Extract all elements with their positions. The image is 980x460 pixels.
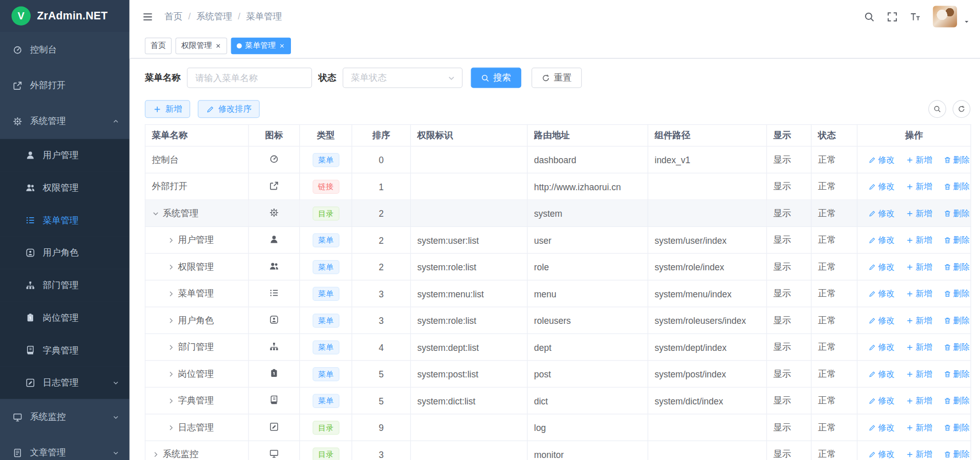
tab-item-2[interactable]: 菜单管理 [231,37,291,54]
edit-row-button[interactable]: 修改 [868,368,894,380]
tab-item-1[interactable]: 权限管理 [176,37,227,54]
component-value [648,173,767,200]
app-logo[interactable]: V ZrAdmin.NET [0,0,130,32]
menu-name-input[interactable] [187,68,312,88]
delete-row-button[interactable]: 删除 [943,448,969,460]
sidebar-item-2[interactable]: 系统管理 [0,104,130,139]
sidebar-item-1[interactable]: 外部打开 [0,68,130,104]
col-visible: 显示 [767,124,812,146]
visible-value: 显示 [767,334,812,361]
sidebar-item-12[interactable]: 文章管理 [0,435,130,460]
sidebar-item-label: 岗位管理 [43,312,79,324]
menu-name: 权限管理 [178,261,214,273]
page-content: 菜单名称 状态 菜单状态 搜索 重置 新增 [130,59,980,460]
edit-row-button[interactable]: 修改 [868,234,894,246]
delete-row-button[interactable]: 删除 [943,422,969,433]
tab-item-0[interactable]: 首页 [145,37,172,54]
reset-button[interactable]: 重置 [531,68,582,88]
delete-row-button[interactable]: 删除 [943,341,969,353]
breadcrumb-system[interactable]: 系统管理 [183,11,232,22]
add-row-button[interactable]: 新增 [906,208,932,219]
chevron-right-icon[interactable] [167,397,175,404]
sidebar-item-0[interactable]: 控制台 [0,32,130,68]
delete-label: 删除 [953,395,970,406]
delete-row-button[interactable]: 删除 [943,181,969,192]
add-row-button[interactable]: 新增 [906,154,932,166]
close-tab-icon[interactable] [279,42,285,49]
breadcrumb-home[interactable]: 首页 [165,11,183,22]
sidebar-item-8[interactable]: 岗位管理 [0,301,130,334]
route-value: dashboard [527,146,648,173]
user-avatar[interactable] [933,6,958,28]
sidebar-item-6[interactable]: 用户角色 [0,237,130,269]
search-button[interactable]: 搜索 [471,68,522,88]
add-row-button[interactable]: 新增 [906,234,932,246]
delete-row-button[interactable]: 删除 [943,154,969,166]
add-row-button[interactable]: 新增 [906,181,932,192]
delete-row-button[interactable]: 删除 [943,368,969,380]
delete-row-button[interactable]: 删除 [943,395,969,406]
delete-label: 删除 [953,208,970,219]
delete-label: 删除 [953,261,970,273]
chevron-right-icon[interactable] [167,343,175,351]
edit-row-button[interactable]: 修改 [868,154,894,166]
edit-row-button[interactable]: 修改 [868,208,894,219]
add-row-button[interactable]: 新增 [906,422,932,433]
toggle-search-button[interactable] [928,100,946,118]
add-button[interactable]: 新增 [145,100,190,118]
close-tab-icon[interactable] [215,42,222,49]
add-row-button[interactable]: 新增 [906,288,932,299]
chevron-down-icon[interactable] [152,210,160,217]
add-row-button[interactable]: 新增 [906,261,932,273]
edit-row-button[interactable]: 修改 [868,395,894,406]
edit-row-button[interactable]: 修改 [868,341,894,353]
edit-row-button[interactable]: 修改 [868,315,894,326]
add-row-button[interactable]: 新增 [906,341,932,353]
sidebar-item-9[interactable]: 字典管理 [0,334,130,367]
chevron-right-icon[interactable] [167,424,175,431]
edit-row-button[interactable]: 修改 [868,181,894,192]
delete-row-button[interactable]: 删除 [943,288,969,299]
font-size-icon[interactable] [910,11,921,22]
add-row-button[interactable]: 新增 [906,368,932,380]
chevron-right-icon[interactable] [167,236,175,244]
delete-row-button[interactable]: 删除 [943,234,969,246]
refresh-table-button[interactable] [952,100,970,118]
external-link-icon [13,81,22,90]
plus-icon [906,236,914,244]
table-row: 系统管理 目录 2 system 显示 正常 修改 新增 删除 [145,200,971,227]
perm-value [410,173,527,200]
sidebar-toggle-icon[interactable] [142,11,153,22]
sort-button[interactable]: 修改排序 [198,100,260,118]
delete-row-button[interactable]: 删除 [943,208,969,219]
delete-label: 删除 [953,154,970,166]
edit-row-button[interactable]: 修改 [868,422,894,433]
chevron-right-icon[interactable] [167,370,175,378]
header-search-icon[interactable] [864,11,875,22]
add-row-button[interactable]: 新增 [906,395,932,406]
status-select[interactable]: 菜单状态 [342,68,462,88]
add-row-button[interactable]: 新增 [906,315,932,326]
delete-label: 删除 [953,448,970,460]
chevron-right-icon[interactable] [167,290,175,297]
sidebar-item-4[interactable]: 权限管理 [0,171,130,204]
chevron-right-icon[interactable] [167,317,175,324]
sidebar-item-10[interactable]: 日志管理 [0,367,130,399]
edit-row-button[interactable]: 修改 [868,261,894,273]
chevron-right-icon[interactable] [167,263,175,271]
add-row-button[interactable]: 新增 [906,448,932,460]
plus-icon [906,397,914,404]
sidebar-item-11[interactable]: 系统监控 [0,399,130,435]
sidebar-item-5[interactable]: 菜单管理 [0,204,130,237]
edit-row-button[interactable]: 修改 [868,288,894,299]
sidebar-item-7[interactable]: 部门管理 [0,269,130,302]
chevron-right-icon[interactable] [152,450,160,458]
delete-row-button[interactable]: 删除 [943,315,969,326]
fullscreen-icon[interactable] [887,11,898,22]
edit-icon [868,210,876,217]
user-menu-caret-icon[interactable] [964,18,970,25]
edit-row-button[interactable]: 修改 [868,448,894,460]
route-value: dict [527,387,648,414]
sidebar-item-3[interactable]: 用户管理 [0,139,130,172]
delete-row-button[interactable]: 删除 [943,261,969,273]
